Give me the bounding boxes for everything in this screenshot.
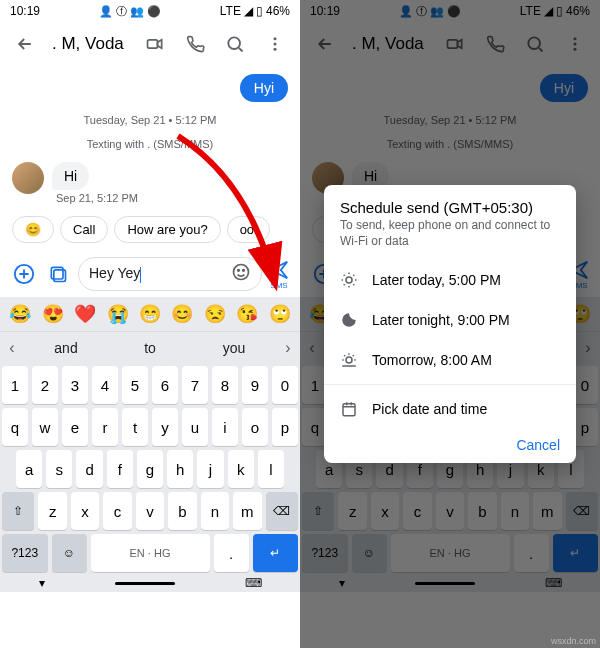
left-screenshot: 10:19 👤 ⓕ 👥 ⚫ LTE ◢ ▯ 46% . M, Voda Hyi … [0, 0, 300, 648]
nav-handle[interactable] [115, 582, 175, 585]
key-t[interactable]: t [122, 408, 148, 446]
smart-reply-row: 😊 Call How are you? ool [12, 216, 288, 243]
nav-down-icon[interactable]: ▾ [39, 576, 45, 590]
emoji-suggestion[interactable]: ❤️ [74, 303, 96, 325]
call-button[interactable] [178, 27, 212, 61]
search-button[interactable] [218, 27, 252, 61]
key-f[interactable]: f [107, 450, 133, 488]
svg-point-1 [228, 37, 240, 49]
key-u[interactable]: u [182, 408, 208, 446]
cancel-button[interactable]: Cancel [324, 429, 576, 457]
space-key[interactable]: EN · HG [91, 534, 210, 572]
key-m[interactable]: m [233, 492, 261, 530]
symbols-key[interactable]: ?123 [2, 534, 48, 572]
signal-icon: ◢ [244, 4, 253, 18]
right-screenshot: 10:19 👤 ⓕ 👥 ⚫ LTE ◢ ▯ 46% . M, Voda Hyi … [300, 0, 600, 648]
back-button[interactable] [8, 27, 42, 61]
contact-avatar[interactable] [12, 162, 44, 194]
nav-keyboard-icon[interactable]: ⌨ [245, 576, 262, 590]
key-d[interactable]: d [76, 450, 102, 488]
option-pick-date[interactable]: Pick date and time [324, 389, 576, 429]
smart-reply-partial[interactable]: ool [227, 216, 270, 243]
smart-reply-emoji[interactable]: 😊 [12, 216, 54, 243]
enter-key[interactable]: ↵ [253, 534, 299, 572]
option-later-tonight[interactable]: Later tonight, 9:00 PM [324, 300, 576, 340]
status-bar: 10:19 👤 ⓕ 👥 ⚫ LTE ◢ ▯ 46% [0, 0, 300, 22]
key-l[interactable]: l [258, 450, 284, 488]
emoji-suggestion-bar: 😂 😍 ❤️ 😭 😁 😊 😒 😘 🙄 [0, 297, 300, 331]
emoji-suggestion[interactable]: 😁 [139, 303, 161, 325]
shift-key[interactable]: ⇧ [2, 492, 34, 530]
more-button[interactable] [258, 27, 292, 61]
emoji-suggestion[interactable]: 😍 [42, 303, 64, 325]
key-1[interactable]: 1 [2, 366, 28, 404]
prediction-prev[interactable]: ‹ [0, 332, 24, 364]
moon-icon [340, 311, 358, 329]
emoji-key[interactable]: ☺ [52, 534, 87, 572]
key-5[interactable]: 5 [122, 366, 148, 404]
watermark: wsxdn.com [551, 636, 596, 646]
key-2[interactable]: 2 [32, 366, 58, 404]
message-input[interactable]: Hey Yey [78, 257, 262, 291]
key-k[interactable]: k [228, 450, 254, 488]
period-key[interactable]: . [214, 534, 249, 572]
key-8[interactable]: 8 [212, 366, 238, 404]
key-h[interactable]: h [167, 450, 193, 488]
key-3[interactable]: 3 [62, 366, 88, 404]
key-y[interactable]: y [152, 408, 178, 446]
emoji-suggestion[interactable]: 😂 [9, 303, 31, 325]
svg-point-4 [274, 48, 277, 51]
emoji-suggestion[interactable]: 😘 [236, 303, 258, 325]
conversation-title[interactable]: . M, Voda [48, 34, 132, 54]
emoji-suggestion[interactable]: 😒 [204, 303, 226, 325]
key-o[interactable]: o [242, 408, 268, 446]
gallery-button[interactable] [44, 260, 72, 288]
svg-rect-0 [148, 40, 158, 48]
option-later-today[interactable]: Later today, 5:00 PM [324, 260, 576, 300]
prediction-word[interactable]: to [108, 332, 192, 364]
emoji-suggestion[interactable]: 😊 [171, 303, 193, 325]
key-r[interactable]: r [92, 408, 118, 446]
key-w[interactable]: w [32, 408, 58, 446]
outgoing-message[interactable]: Hyi [240, 74, 288, 102]
video-call-button[interactable] [138, 27, 172, 61]
key-j[interactable]: j [197, 450, 223, 488]
key-v[interactable]: v [136, 492, 164, 530]
prediction-word[interactable]: and [24, 332, 108, 364]
emoji-suggestion[interactable]: 😭 [107, 303, 129, 325]
backspace-key[interactable]: ⌫ [266, 492, 298, 530]
emoji-suggestion[interactable]: 🙄 [269, 303, 291, 325]
key-s[interactable]: s [46, 450, 72, 488]
key-7[interactable]: 7 [182, 366, 208, 404]
smart-reply-call[interactable]: Call [60, 216, 108, 243]
send-button[interactable]: SMS [268, 259, 290, 290]
key-p[interactable]: p [272, 408, 298, 446]
key-g[interactable]: g [137, 450, 163, 488]
incoming-message[interactable]: Hi [52, 162, 89, 190]
option-tomorrow[interactable]: Tomorrow, 8:00 AM [324, 340, 576, 380]
key-0[interactable]: 0 [272, 366, 298, 404]
key-z[interactable]: z [38, 492, 66, 530]
key-x[interactable]: x [71, 492, 99, 530]
key-b[interactable]: b [168, 492, 196, 530]
key-i[interactable]: i [212, 408, 238, 446]
key-c[interactable]: c [103, 492, 131, 530]
prediction-next[interactable]: › [276, 332, 300, 364]
key-4[interactable]: 4 [92, 366, 118, 404]
key-n[interactable]: n [201, 492, 229, 530]
svg-point-9 [238, 270, 240, 272]
modal-overlay[interactable]: Schedule send (GMT+05:30) To send, keep … [300, 0, 600, 648]
key-6[interactable]: 6 [152, 366, 178, 404]
key-q[interactable]: q [2, 408, 28, 446]
key-9[interactable]: 9 [242, 366, 268, 404]
message-list: Hyi Tuesday, Sep 21 • 5:12 PM Texting wi… [0, 66, 300, 251]
key-a[interactable]: a [16, 450, 42, 488]
key-e[interactable]: e [62, 408, 88, 446]
prediction-word[interactable]: you [192, 332, 276, 364]
add-button[interactable] [10, 260, 38, 288]
status-lte: LTE [220, 4, 241, 18]
sunrise-icon [340, 351, 358, 369]
emoji-button[interactable] [231, 262, 251, 286]
smart-reply-howareyou[interactable]: How are you? [114, 216, 220, 243]
dialog-title: Schedule send (GMT+05:30) [324, 199, 576, 218]
